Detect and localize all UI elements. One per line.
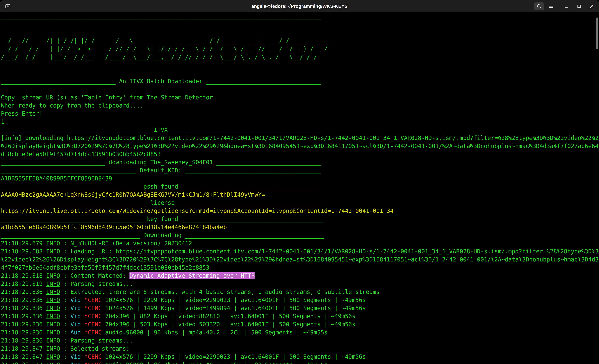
search-button[interactable] xyxy=(534,2,544,10)
terminal-line: 1 xyxy=(1,118,599,126)
window-title: angela@fedora:~/Programming/WKS-KEYS xyxy=(251,4,348,9)
terminal-output[interactable]: ________________________________________… xyxy=(0,12,599,364)
scrollbar-thumb[interactable] xyxy=(596,17,598,49)
menu-button[interactable] xyxy=(546,2,555,11)
terminal-line: 21:18:29.836 INFO : Vid *CENC 1024x576 |… xyxy=(1,296,599,304)
terminal-line: %26DisplayHeight%3C%3D720%29%7C%7C%28typ… xyxy=(1,142,599,150)
terminal-line: ____ ______ _ __ _ __ ___ __ __ xyxy=(1,29,599,37)
terminal-line: When ready to copy from the clipboard...… xyxy=(1,102,599,110)
terminal-line: 21:18:29.679 INFO : N_m3u8DL-RE (Beta ve… xyxy=(1,239,599,247)
terminal-line: 21:18:29.818 INFO : Content Matched: Dyn… xyxy=(1,272,599,280)
terminal-line: Copy stream URL(s) as 'Table Entry' from… xyxy=(1,93,599,102)
terminal-line: /___/ /_/ |___/ /_/|_| /____/ \___/|__,_… xyxy=(1,53,599,61)
terminal-line: AAAAOHBzc2gAAAAA7e+LqXnWSs6jyCfc1R0h7QAA… xyxy=(1,191,599,199)
new-tab-button[interactable] xyxy=(3,2,12,11)
terminal-line: _______________________________________ … xyxy=(1,166,599,175)
close-icon xyxy=(589,3,595,9)
terminal-line: A1BB555FE68A40899B5FFCF8596D8439 xyxy=(1,175,599,183)
titlebar-right-controls xyxy=(534,2,596,11)
window-controls xyxy=(563,2,596,10)
terminal-line: ________________________________________… xyxy=(1,231,599,239)
minimize-button[interactable] xyxy=(563,2,570,10)
hamburger-menu-icon xyxy=(548,4,554,9)
terminal-line: 21:18:29.688 INFO : Loading URL: https:/… xyxy=(1,247,599,255)
terminal-line: 21:18:29.847 INFO : Selected streams: xyxy=(1,345,599,353)
terminal-line xyxy=(1,85,599,93)
terminal-line: 21:18:29.836 INFO : Vid *CENC 704x396 | … xyxy=(1,312,599,320)
terminal-line: 21:18:29.836 INFO : Aud *CENC audio=9600… xyxy=(1,329,599,337)
terminal-line: _/ / / / | |/ / _> < / // / / _ \| |/|/ … xyxy=(1,45,599,53)
terminal-line: _________________________________ An ITV… xyxy=(1,77,599,85)
terminal-line: 21:18:29.836 INFO : Extracted, there are… xyxy=(1,288,599,296)
terminal-line xyxy=(1,61,599,69)
maximize-button[interactable] xyxy=(575,2,583,10)
minimize-icon xyxy=(564,4,569,9)
terminal-line: %22video%22%26%26DisplayHeight%3C%3D720%… xyxy=(1,255,599,264)
terminal-line xyxy=(1,21,599,29)
terminal-line: https://itvpnp.live.ott.irdeto.com/Widev… xyxy=(1,207,599,215)
terminal-line: 21:18:29.847 INFO : Vid *CENC 1024x576 |… xyxy=(1,353,599,361)
terminal-line: 21:18:29.847 INFO : Aud *CENC audio=9600… xyxy=(1,361,599,364)
terminal-line: 4f7f027ab6e64adf8cbfe3efa50f9f457d7f4dcc… xyxy=(1,264,599,272)
terminal-line: / _//_ __/| | / /| |/_/ / _ \ ___ _ __ _… xyxy=(1,37,599,45)
terminal-window: angela@fedora:~/Programming/WKS-KEYS xyxy=(0,0,599,364)
terminal-line: ________________________________________… xyxy=(1,199,599,207)
search-icon xyxy=(537,4,542,9)
terminal-line: ________________________________________… xyxy=(1,12,599,21)
terminal-line: df8cbfe3efa50f9f457d7f4dcc13591b030bb45b… xyxy=(1,150,599,158)
new-tab-icon xyxy=(5,3,11,9)
titlebar[interactable]: angela@fedora:~/Programming/WKS-KEYS xyxy=(0,0,599,12)
scrollbar[interactable] xyxy=(595,12,599,364)
maximize-icon xyxy=(576,4,582,9)
terminal-line: 21:18:29.836 INFO : Parsing streams... xyxy=(1,337,599,345)
terminal-line: Press Enter! xyxy=(1,110,599,118)
close-button[interactable] xyxy=(588,2,596,10)
terminal-line xyxy=(1,69,599,77)
terminal-line: ________________________________________… xyxy=(1,183,599,191)
terminal-line: [info] downloading https://itvpnpdotcom.… xyxy=(1,134,599,142)
terminal-line: ________________________________________… xyxy=(1,126,599,134)
terminal-line: 21:18:29.836 INFO : Vid *CENC 704x396 | … xyxy=(1,320,599,329)
terminal-line: ________________________________________… xyxy=(1,215,599,223)
terminal-line: a1bb555fe68a40899b5ffcf8596d8439:c5e0516… xyxy=(1,223,599,231)
terminal-line: ______________________________ downloadi… xyxy=(1,158,599,166)
terminal-line: 21:18:29.819 INFO : Parsing streams... xyxy=(1,280,599,288)
terminal-line: 21:18:29.836 INFO : Vid *CENC 1024x576 |… xyxy=(1,304,599,312)
